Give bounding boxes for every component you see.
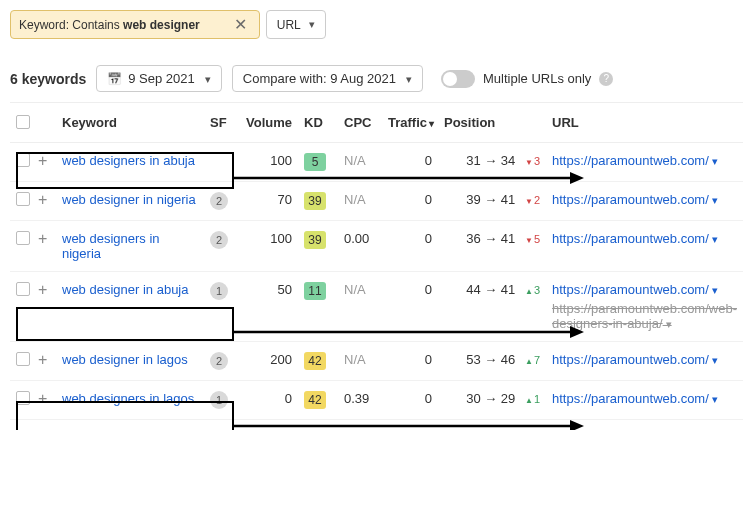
volume-cell: 0 xyxy=(238,381,298,420)
row-checkbox[interactable] xyxy=(16,192,30,206)
keyword-link[interactable]: web designers in abuja xyxy=(62,153,195,168)
volume-cell: 50 xyxy=(238,272,298,342)
col-keyword[interactable]: Keyword xyxy=(56,105,204,143)
url-cell: https://paramountweb.com/ xyxy=(546,182,743,221)
table-row: +web designers in abuja1005N/A031 → 34 3… xyxy=(10,143,743,182)
col-traffic[interactable]: Traffic xyxy=(382,105,438,143)
sf-badge[interactable]: 2 xyxy=(210,231,228,249)
kd-badge: 42 xyxy=(304,391,326,409)
cpc-cell: N/A xyxy=(338,342,382,381)
table-row: +web designer in nigeria27039N/A039 → 41… xyxy=(10,182,743,221)
cpc-cell: N/A xyxy=(338,272,382,342)
kd-badge: 42 xyxy=(304,352,326,370)
url-link[interactable]: https://paramountweb.com/ xyxy=(552,391,718,406)
select-all-checkbox[interactable] xyxy=(16,115,30,129)
position-cell: 44 → 41 3 xyxy=(438,272,546,342)
url-cell: https://paramountweb.com/https://paramou… xyxy=(546,272,743,342)
traffic-cell: 0 xyxy=(382,342,438,381)
table-row: +web designer in lagos220042N/A053 → 46 … xyxy=(10,342,743,381)
url-link[interactable]: https://paramountweb.com/ xyxy=(552,153,718,168)
sf-badge[interactable]: 1 xyxy=(210,282,228,300)
position-cell: 53 → 46 7 xyxy=(438,342,546,381)
kd-badge: 39 xyxy=(304,231,326,249)
volume-cell: 200 xyxy=(238,342,298,381)
row-checkbox[interactable] xyxy=(16,231,30,245)
calendar-icon xyxy=(107,71,122,86)
cpc-cell: 0.00 xyxy=(338,221,382,272)
traffic-cell: 0 xyxy=(382,143,438,182)
cpc-cell: N/A xyxy=(338,143,382,182)
help-icon[interactable]: ? xyxy=(599,72,613,86)
keyword-count: 6 keywords xyxy=(10,71,86,87)
row-checkbox[interactable] xyxy=(16,282,30,296)
sf-badge[interactable]: 2 xyxy=(210,192,228,210)
traffic-cell: 0 xyxy=(382,272,438,342)
position-cell: 30 → 29 1 xyxy=(438,381,546,420)
chip-text: Keyword: Contains web designer xyxy=(19,18,200,32)
add-keyword-button[interactable]: + xyxy=(38,191,47,208)
url-link[interactable]: https://paramountweb.com/ xyxy=(552,192,718,207)
chevron-down-icon xyxy=(402,71,412,86)
keyword-link[interactable]: web designer in abuja xyxy=(62,282,188,297)
add-keyword-button[interactable]: + xyxy=(38,281,47,298)
add-keyword-button[interactable]: + xyxy=(38,230,47,247)
col-sf[interactable]: SF xyxy=(204,105,238,143)
row-checkbox[interactable] xyxy=(16,153,30,167)
chevron-down-icon xyxy=(201,71,211,86)
url-link[interactable]: https://paramountweb.com/ xyxy=(552,282,718,297)
col-cpc[interactable]: CPC xyxy=(338,105,382,143)
url-cell: https://paramountweb.com/ xyxy=(546,381,743,420)
position-cell: 31 → 34 3 xyxy=(438,143,546,182)
add-keyword-button[interactable]: + xyxy=(38,152,47,169)
compare-date-button[interactable]: Compare with: 9 Aug 2021 xyxy=(232,65,423,92)
url-cell: https://paramountweb.com/ xyxy=(546,342,743,381)
keyword-filter-chip[interactable]: Keyword: Contains web designer ✕ xyxy=(10,10,260,39)
volume-cell: 70 xyxy=(238,182,298,221)
table-row: +web designer in abuja15011N/A044 → 41 3… xyxy=(10,272,743,342)
col-volume[interactable]: Volume xyxy=(238,105,298,143)
position-cell: 39 → 41 2 xyxy=(438,182,546,221)
cpc-cell: N/A xyxy=(338,182,382,221)
table-row: +web designers in nigeria2100390.00036 →… xyxy=(10,221,743,272)
position-cell: 36 → 41 5 xyxy=(438,221,546,272)
sf-badge[interactable]: 1 xyxy=(210,391,228,409)
date-picker-button[interactable]: 9 Sep 2021 xyxy=(96,65,222,92)
url-old-link: https://paramountweb.com/web-designers-i… xyxy=(552,301,737,331)
add-keyword-button[interactable]: + xyxy=(38,390,47,407)
close-icon[interactable]: ✕ xyxy=(230,15,251,34)
kd-badge: 11 xyxy=(304,282,326,300)
keyword-link[interactable]: web designer in lagos xyxy=(62,352,188,367)
table-row: +web designers in lagos10420.39030 → 29 … xyxy=(10,381,743,420)
keyword-link[interactable]: web designer in nigeria xyxy=(62,192,196,207)
url-cell: https://paramountweb.com/ xyxy=(546,143,743,182)
multi-url-toggle[interactable] xyxy=(441,70,475,88)
kd-badge: 39 xyxy=(304,192,326,210)
kd-badge: 5 xyxy=(304,153,326,171)
compare-label: Compare with: 9 Aug 2021 xyxy=(243,71,396,86)
url-filter-label: URL xyxy=(277,18,301,32)
keyword-link[interactable]: web designers in lagos xyxy=(62,391,194,406)
traffic-cell: 0 xyxy=(382,381,438,420)
col-position[interactable]: Position xyxy=(438,105,546,143)
keywords-table: Keyword SF Volume KD CPC Traffic Positio… xyxy=(10,105,743,420)
volume-cell: 100 xyxy=(238,221,298,272)
row-checkbox[interactable] xyxy=(16,352,30,366)
col-url[interactable]: URL xyxy=(546,105,743,143)
date-label: 9 Sep 2021 xyxy=(128,71,195,86)
col-kd[interactable]: KD xyxy=(298,105,338,143)
url-filter-button[interactable]: URL xyxy=(266,10,326,39)
url-link[interactable]: https://paramountweb.com/ xyxy=(552,231,718,246)
keyword-link[interactable]: web designers in nigeria xyxy=(62,231,160,261)
add-keyword-button[interactable]: + xyxy=(38,351,47,368)
url-cell: https://paramountweb.com/ xyxy=(546,221,743,272)
volume-cell: 100 xyxy=(238,143,298,182)
url-link[interactable]: https://paramountweb.com/ xyxy=(552,352,718,367)
traffic-cell: 0 xyxy=(382,182,438,221)
svg-marker-5 xyxy=(570,420,584,430)
traffic-cell: 0 xyxy=(382,221,438,272)
multi-url-label: Multiple URLs only xyxy=(483,71,591,86)
cpc-cell: 0.39 xyxy=(338,381,382,420)
row-checkbox[interactable] xyxy=(16,391,30,405)
sf-badge[interactable]: 2 xyxy=(210,352,228,370)
